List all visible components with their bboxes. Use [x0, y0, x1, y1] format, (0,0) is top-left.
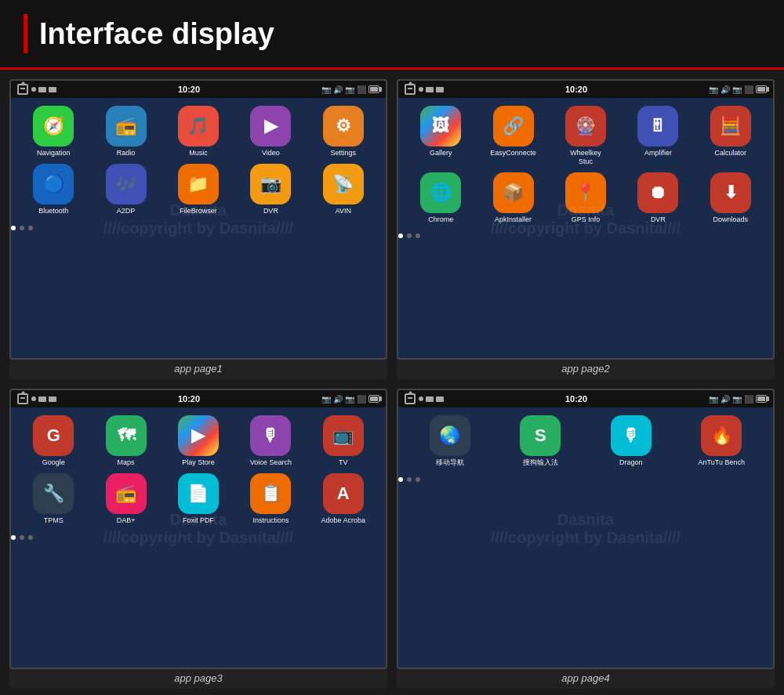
app-label-a2dp: A2DP [117, 207, 136, 215]
app-item-instructions[interactable]: 📋Instructions [238, 473, 303, 525]
status-time: 10:20 [565, 85, 587, 94]
app-icon-play-store: ▶ [178, 415, 219, 456]
app-icon-instructions: 📋 [250, 473, 291, 514]
app-label-dvr: DVR [263, 207, 278, 215]
app-item-play-store[interactable]: ▶Play Store [165, 415, 231, 467]
app-label-dvr: DVR [651, 215, 666, 224]
app-item-settings[interactable]: ⚙Settings [310, 106, 376, 157]
page-dot-1 [407, 477, 412, 482]
app-item-bluetooth[interactable]: 🔵Bluetooth [20, 164, 86, 215]
app-item-dragon[interactable]: 🎙Dragon [589, 415, 673, 467]
app-icon-avin: 📡 [323, 164, 364, 205]
page-dot-2 [28, 535, 33, 540]
status-indicators [419, 396, 444, 402]
app-item-wheelkey-stuc[interactable]: 🎡Wheelkey Stuc [553, 106, 619, 166]
app-icon-voice-search: 🎙 [250, 415, 291, 456]
header: Interface display [0, 0, 784, 70]
app-item-tpms[interactable]: 🔧TPMS [20, 473, 86, 525]
app-item-移动导航[interactable]: 🌏移动导航 [408, 415, 492, 467]
app-item-adobe-acroba[interactable]: AAdobe Acroba [310, 473, 376, 525]
status-indicators [31, 87, 56, 92]
status-time: 10:20 [565, 394, 587, 404]
app-item-apkinstaller[interactable]: 📦ApkInstaller [480, 172, 546, 224]
app-item-google[interactable]: GGoogle [20, 415, 86, 467]
status-left [17, 393, 56, 404]
app-item-avin[interactable]: 📡AVIN [310, 164, 376, 215]
screen-container-page4: 10:20 📷 🔊 📷 ⬛ 🌏移动导航S搜狗输入法🎙Dragon🔥AnTuTu … [397, 389, 775, 689]
app-item-dvr[interactable]: 📷DVR [238, 164, 303, 215]
app-icon-navigation: 🧭 [33, 106, 74, 147]
page-dot-2 [416, 233, 420, 238]
app-label-dragon: Dragon [619, 458, 643, 467]
page-dot-2 [28, 226, 33, 230]
screen-container-page2: 10:20 📷 🔊 📷 ⬛ 🖼Gallery🔗EasyConnecte🎡Whee… [397, 79, 775, 379]
app-icon-gps-info: 📍 [565, 172, 606, 213]
app-item-antutu-bench[interactable]: 🔥AnTuTu Bench [680, 415, 764, 467]
app-item-foxit-pdf[interactable]: 📄Foxit PDF [165, 473, 231, 525]
page-dots-page4 [398, 475, 773, 484]
apps-grid-page3: GGoogle🗺Maps▶Play Store🎙Voice Search📺TV🔧… [11, 407, 386, 533]
app-icon-foxit-pdf: 📄 [178, 473, 219, 514]
apps-grid-page2: 🖼Gallery🔗EasyConnecte🎡Wheelkey Stuc🎚Ampl… [398, 98, 773, 231]
app-label-antutu-bench: AnTuTu Bench [699, 458, 745, 467]
app-item-gallery[interactable]: 🖼Gallery [408, 106, 474, 166]
page-title: Interface display [39, 17, 274, 51]
app-icon-dab+: 📻 [106, 473, 147, 514]
app-item-navigation[interactable]: 🧭Navigation [20, 106, 86, 157]
screen-label-page1: app page1 [174, 360, 222, 379]
app-label-amplifier: Amplifier [644, 149, 672, 157]
app-label-adobe-acroba: Adobe Acroba [321, 516, 366, 525]
app-label-downloads: Downloads [713, 215, 749, 224]
app-icon-adobe-acroba: A [323, 473, 364, 514]
app-item-music[interactable]: 🎵Music [165, 106, 231, 157]
app-icon-dvr: 📷 [250, 164, 291, 205]
app-icon-radio: 📻 [106, 106, 147, 147]
status-right: 📷 🔊 📷 ⬛ [709, 85, 767, 94]
status-indicators [419, 87, 444, 92]
app-label-video: Video [262, 149, 280, 157]
app-icon-dvr: ⏺ [637, 172, 678, 213]
page-dots-page2 [398, 231, 773, 241]
app-item-radio[interactable]: 📻Radio [93, 106, 158, 157]
app-icon-bluetooth: 🔵 [33, 164, 74, 205]
app-label-tpms: TPMS [44, 516, 64, 525]
app-item-voice-search[interactable]: 🎙Voice Search [238, 415, 303, 467]
app-icon-calculator: 🧮 [710, 106, 751, 147]
app-item-easyconnecte[interactable]: 🔗EasyConnecte [480, 106, 546, 166]
app-item-calculator[interactable]: 🧮Calculator [698, 106, 764, 166]
app-item-dab+[interactable]: 📻DAB+ [93, 473, 158, 525]
app-item-video[interactable]: ▶Video [238, 106, 303, 157]
screen-page2: 10:20 📷 🔊 📷 ⬛ 🖼Gallery🔗EasyConnecte🎡Whee… [397, 79, 775, 360]
app-item-filebrowser[interactable]: 📁FileBrowser [165, 164, 231, 215]
app-label-instructions: Instructions [252, 516, 289, 525]
screen-label-page2: app page2 [561, 360, 609, 379]
screen-label-page4: app page4 [561, 669, 609, 689]
screen-page4: 10:20 📷 🔊 📷 ⬛ 🌏移动导航S搜狗输入法🎙Dragon🔥AnTuTu … [397, 389, 775, 669]
app-icon-gallery: 🖼 [420, 106, 461, 147]
app-item-maps[interactable]: 🗺Maps [93, 415, 158, 467]
screen-page3: 10:20 📷 🔊 📷 ⬛ GGoogle🗺Maps▶Play Store🎙Vo… [9, 389, 387, 669]
app-item-downloads[interactable]: ⬇Downloads [698, 172, 764, 224]
app-icon-移动导航: 🌏 [430, 415, 470, 456]
page-dot-1 [20, 535, 24, 540]
app-label-maps: Maps [118, 458, 135, 467]
screen-container-page1: 10:20 📷 🔊 📷 ⬛ 🧭Navigation📻Radio🎵Music▶Vi… [9, 79, 387, 379]
status-indicators [31, 396, 56, 402]
app-item-chrome[interactable]: 🌐Chrome [408, 172, 474, 224]
app-item-amplifier[interactable]: 🎚Amplifier [625, 106, 691, 166]
apps-grid-page1: 🧭Navigation📻Radio🎵Music▶Video⚙Settings🔵B… [11, 98, 386, 223]
status-time: 10:20 [178, 394, 200, 404]
app-item-dvr[interactable]: ⏺DVR [625, 172, 691, 224]
app-item-gps-info[interactable]: 📍GPS Info [553, 172, 619, 224]
app-item-a2dp[interactable]: 🎶A2DP [93, 164, 158, 215]
app-icon-wheelkey-stuc: 🎡 [565, 106, 606, 147]
app-label-tv: TV [339, 458, 348, 467]
app-icon-maps: 🗺 [106, 415, 147, 456]
page-dot-0 [398, 477, 403, 482]
app-label-foxit-pdf: Foxit PDF [183, 516, 214, 525]
app-item-tv[interactable]: 📺TV [310, 415, 376, 467]
app-label-gps-info: GPS Info [572, 215, 601, 224]
app-label-搜狗输入法: 搜狗输入法 [523, 458, 558, 467]
page-dots-page3 [11, 533, 386, 542]
app-item-搜狗输入法[interactable]: S搜狗输入法 [499, 415, 583, 467]
